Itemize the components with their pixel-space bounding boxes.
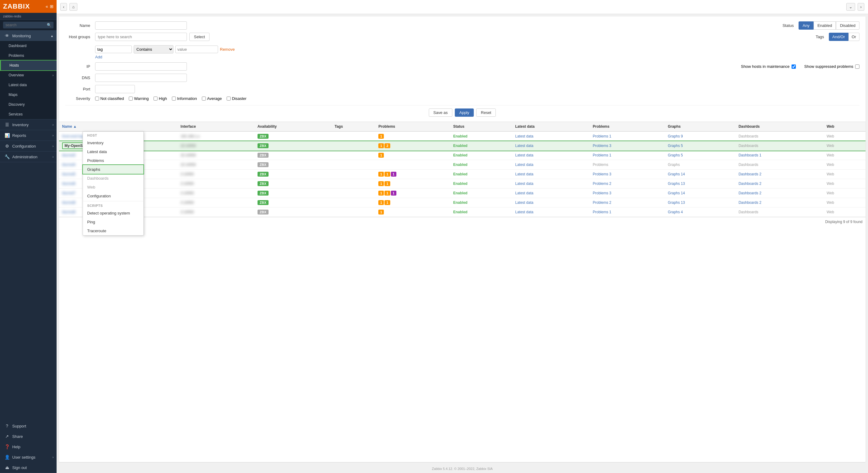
host-name-link[interactable]: blurred8: [62, 200, 75, 205]
severity-info-checkbox[interactable]: [172, 97, 176, 101]
problems-link[interactable]: Problems 3: [593, 191, 611, 195]
sidebar-item-share[interactable]: ↗ Share: [0, 431, 57, 442]
severity-warning-checkbox[interactable]: [129, 97, 133, 101]
status-disabled-button[interactable]: Disabled: [836, 22, 860, 30]
latest-data-link[interactable]: Latest data: [515, 134, 533, 138]
problem-badge[interactable]: 1: [378, 191, 384, 196]
host-groups-input[interactable]: [95, 33, 187, 41]
problem-badge[interactable]: 1: [378, 153, 384, 158]
host-name-link[interactable]: blurred3: [62, 153, 75, 157]
forward-button[interactable]: ›: [858, 3, 864, 11]
severity-disaster-checkbox[interactable]: [227, 97, 230, 101]
add-tag-link[interactable]: Add: [95, 55, 102, 59]
problem-badge[interactable]: 1: [391, 172, 396, 177]
select-button[interactable]: Select: [189, 33, 210, 41]
tag-name-input[interactable]: [95, 45, 132, 53]
expand-icon[interactable]: ⊞: [50, 4, 54, 9]
latest-data-link[interactable]: Latest data: [515, 210, 533, 214]
search-input[interactable]: [3, 22, 54, 28]
graphs-link[interactable]: Graphs 5: [668, 144, 683, 148]
host-name-link[interactable]: blurred5: [62, 172, 75, 176]
host-name-link[interactable]: blurred9: [62, 210, 75, 214]
problem-badge[interactable]: 1: [391, 191, 396, 196]
table-row[interactable]: blurred52:10050ZBX111EnabledLatest dataP…: [59, 170, 866, 179]
problem-badge[interactable]: 1: [378, 210, 384, 214]
problem-badge[interactable]: 2: [384, 143, 390, 148]
sidebar-item-reports[interactable]: 📊 Reports ›: [0, 130, 57, 141]
problem-badge[interactable]: 1: [378, 181, 384, 186]
latest-data-link[interactable]: Latest data: [515, 191, 533, 195]
problems-link[interactable]: Problems 1: [593, 134, 611, 138]
latest-data-link[interactable]: Latest data: [515, 144, 533, 148]
problem-badge[interactable]: 1: [378, 134, 384, 139]
graphs-link[interactable]: Graphs 9: [668, 134, 683, 138]
dashboards-link[interactable]: Dashboards 2: [739, 172, 762, 176]
severity-nc-checkbox[interactable]: [95, 97, 99, 101]
ctx-latest-data[interactable]: Latest data: [83, 147, 144, 156]
dns-input[interactable]: [95, 74, 187, 82]
ctx-dashboards[interactable]: Dashboards: [83, 174, 144, 183]
problem-badge[interactable]: 1: [384, 181, 390, 186]
show-maintenance-checkbox[interactable]: [792, 65, 796, 69]
ctx-ping[interactable]: Ping: [83, 217, 144, 227]
sidebar-item-overview[interactable]: Overview ›: [0, 70, 57, 80]
tag-condition-select[interactable]: Contains Equals Does not contain Does no…: [134, 45, 174, 54]
table-row[interactable]: My-OpenSearch22:10050ZBX12EnabledLatest …: [59, 141, 866, 150]
graphs-link[interactable]: Graphs 5: [668, 153, 683, 157]
ctx-detect-os[interactable]: Detect operating system: [83, 209, 144, 217]
th-name[interactable]: Name ▲: [59, 122, 177, 131]
latest-data-link[interactable]: Latest data: [515, 181, 533, 186]
sidebar-item-problems[interactable]: Problems: [0, 51, 57, 61]
sidebar-item-services[interactable]: Services: [0, 109, 57, 119]
sidebar-item-help[interactable]: ❓ Help: [0, 442, 57, 452]
sidebar-item-support[interactable]: ? Support: [0, 421, 57, 431]
port-input[interactable]: [95, 85, 135, 93]
latest-data-link[interactable]: Latest data: [515, 163, 533, 167]
sidebar-item-latest-data[interactable]: Latest data: [0, 80, 57, 90]
tag-value-input[interactable]: [175, 45, 218, 53]
problems-link[interactable]: Problems: [593, 163, 608, 167]
back-button[interactable]: ‹: [60, 3, 67, 11]
dashboards-link[interactable]: Dashboards 1: [739, 153, 762, 157]
problem-badge[interactable]: 1: [384, 191, 390, 196]
sidebar-item-maps[interactable]: Maps: [0, 90, 57, 100]
sidebar-item-sign-out[interactable]: ⏏ Sign out: [0, 462, 57, 473]
problem-badge[interactable]: 1: [384, 200, 390, 205]
problem-badge[interactable]: 1: [384, 172, 390, 177]
home-button[interactable]: ⌂: [69, 3, 78, 11]
ctx-configuration[interactable]: Configuration: [83, 192, 144, 200]
sidebar-item-monitoring[interactable]: 👁 Monitoring ▲: [0, 31, 57, 41]
problems-link[interactable]: Problems 1: [593, 210, 611, 214]
problems-link[interactable]: Problems 3: [593, 172, 611, 176]
problems-link[interactable]: Problems 1: [593, 153, 611, 157]
ctx-graphs[interactable]: Graphs: [83, 165, 144, 174]
host-name-link[interactable]: blurred4: [62, 163, 75, 167]
dashboards-link[interactable]: Dashboards 2: [739, 191, 762, 195]
ctx-problems[interactable]: Problems: [83, 156, 144, 165]
collapse-icon[interactable]: «: [45, 4, 48, 9]
status-enabled-button[interactable]: Enabled: [813, 22, 836, 30]
table-row[interactable]: blurred82:10050ZBX11EnabledLatest dataPr…: [59, 198, 866, 207]
latest-data-link[interactable]: Latest data: [515, 200, 533, 205]
ip-input[interactable]: [95, 62, 187, 71]
graphs-link[interactable]: Graphs 4: [668, 210, 683, 214]
remove-tag-link[interactable]: Remove: [220, 47, 235, 52]
ctx-web[interactable]: Web: [83, 183, 144, 192]
show-suppressed-checkbox[interactable]: [855, 65, 860, 69]
expand-down-button[interactable]: ⌄: [846, 3, 855, 11]
sidebar-item-configuration[interactable]: ⚙ Configuration ›: [0, 141, 57, 151]
name-input[interactable]: [95, 22, 187, 30]
table-row[interactable]: blurred72:10050ZBX111EnabledLatest dataP…: [59, 189, 866, 198]
sidebar-item-administration[interactable]: 🔧 Administration ›: [0, 151, 57, 162]
host-name-link[interactable]: blurred7: [62, 191, 75, 195]
sidebar-item-hosts[interactable]: Hosts: [0, 61, 57, 70]
apply-button[interactable]: Apply: [455, 108, 474, 117]
problems-link[interactable]: Problems 2: [593, 200, 611, 205]
table-row[interactable]: blurred422:10050ZBXEnabledLatest dataPro…: [59, 160, 866, 170]
dashboards-link[interactable]: Dashboards 2: [739, 181, 762, 186]
table-row[interactable]: blurred92:10050ZBX1EnabledLatest dataPro…: [59, 207, 866, 217]
sidebar-item-user-settings[interactable]: 👤 User settings ›: [0, 452, 57, 462]
table-row[interactable]: front-end-haproxy192.168.1.xZBX1EnabledL…: [59, 131, 866, 141]
reset-button[interactable]: Reset: [476, 108, 496, 117]
graphs-link[interactable]: Graphs 14: [668, 191, 685, 195]
